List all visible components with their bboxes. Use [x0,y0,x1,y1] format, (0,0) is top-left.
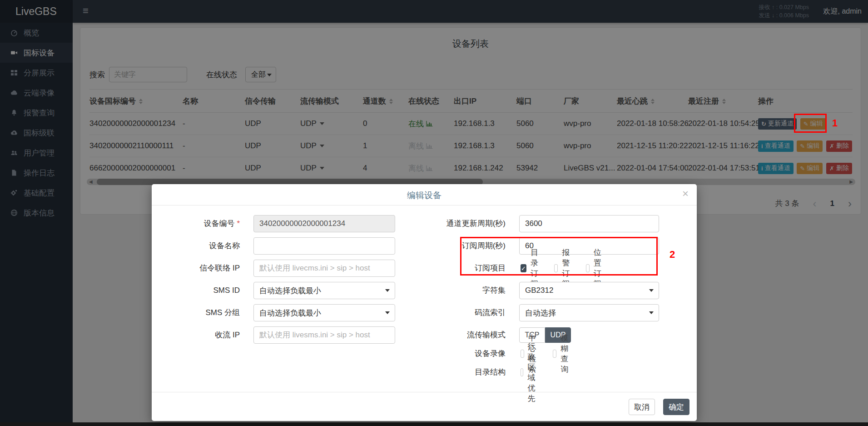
modal-header: 编辑设备 × [152,184,697,205]
chevron-down-icon [649,289,654,292]
stream-index-select[interactable]: 自动选择 [519,304,659,321]
stream-index-label: 码流索引 [406,304,506,321]
confirm-button[interactable]: 确定 [663,399,689,415]
device-name-input[interactable] [253,237,395,255]
signal-ip-input[interactable] [253,260,395,277]
fuzzy-query-checkbox[interactable] [553,350,556,358]
annotation-box-1 [794,114,827,133]
admin-region-checkbox[interactable] [521,368,523,376]
modal-footer: 取消 确定 [152,392,697,421]
dir-structure-label: 目录结构 [406,368,506,377]
annotation-box-2 [460,237,658,276]
close-icon[interactable]: × [682,188,689,199]
center-search-checkbox[interactable] [521,350,524,358]
recv-ip-input[interactable] [253,326,395,344]
required-mark: * [237,219,240,228]
device-id-label: 设备编号* [152,215,240,232]
device-id-input [253,215,395,232]
recv-ip-label: 收流 IP [152,326,240,344]
annotation-number-2: 2 [670,249,675,261]
chevron-down-icon [649,311,654,314]
chevron-down-icon [385,289,390,292]
annotation-number-1: 1 [832,117,838,129]
sms-group-label: SMS 分组 [152,304,240,321]
cancel-button[interactable]: 取消 [629,399,655,415]
modal-title: 编辑设备 [152,190,697,201]
edit-device-modal: 编辑设备 × 设备编号* 设备名称 信令联络 IP SMS ID 自动选择负载最… [152,184,697,421]
chevron-down-icon [385,311,390,314]
stream-mode-label: 流传输模式 [406,327,506,343]
update-period-input[interactable] [519,215,659,232]
device-record-label: 设备录像 [406,349,506,358]
charset-label: 字符集 [406,282,506,299]
signal-ip-label: 信令联络 IP [152,260,240,277]
sms-id-label: SMS ID [152,282,240,299]
device-name-label: 设备名称 [152,237,240,255]
sms-id-select[interactable]: 自动选择负载最小 [253,282,395,299]
charset-select[interactable]: GB2312 [519,282,659,299]
update-period-label: 通道更新周期(秒) [406,215,506,232]
sms-group-select[interactable]: 自动选择负载最小 [253,304,395,321]
